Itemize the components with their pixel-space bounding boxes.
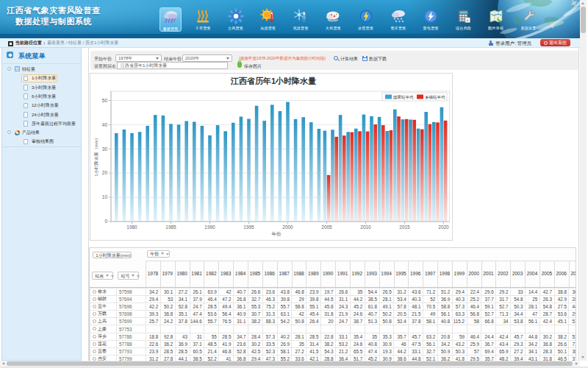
svg-text:乡镇站平均: 乡镇站平均 (425, 95, 445, 99)
svg-text:年份: 年份 (271, 231, 282, 237)
svg-text:10: 10 (101, 194, 107, 199)
svg-text:1990: 1990 (204, 224, 215, 230)
svg-text:2020: 2020 (438, 224, 449, 230)
svg-text:40: 40 (101, 122, 107, 127)
svg-text:2005: 2005 (321, 224, 332, 230)
svg-text:1980: 1980 (126, 224, 137, 230)
svg-text:2000: 2000 (282, 224, 293, 230)
svg-text:1小时降水量（mm）: 1小时降水量（mm） (93, 135, 99, 176)
svg-text:江西省历年1小时降水量: 江西省历年1小时降水量 (229, 77, 315, 85)
svg-text:30: 30 (101, 146, 107, 152)
svg-text:1985: 1985 (165, 224, 176, 230)
svg-text:0: 0 (104, 219, 107, 224)
svg-text:2010: 2010 (360, 224, 371, 230)
svg-text:20: 20 (101, 170, 107, 175)
svg-text:2015: 2015 (399, 224, 410, 230)
svg-text:国家站平均: 国家站平均 (393, 95, 414, 100)
svg-text:1995: 1995 (243, 224, 254, 230)
svg-text:50: 50 (101, 98, 107, 103)
